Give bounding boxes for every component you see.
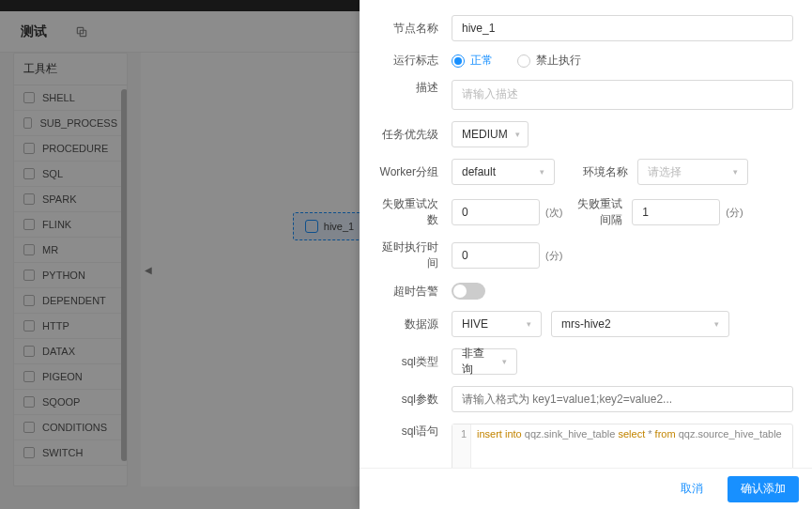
toolbar-panel: 工具栏 SHELLSUB_PROCESSPROCEDURESQLSPARKFLI…: [13, 53, 128, 486]
node-label: hive_1: [324, 221, 354, 232]
priority-select[interactable]: MEDIUM▾: [452, 121, 529, 147]
toolbar-item-flink[interactable]: FLINK: [14, 212, 127, 238]
node-name-input[interactable]: [452, 15, 793, 41]
datasource-instance-select[interactable]: mrs-hive2▾: [551, 311, 729, 337]
retry-count-input[interactable]: [452, 199, 540, 225]
task-type-icon: [23, 270, 35, 281]
task-type-icon: [23, 320, 35, 332]
toolbar-item-http[interactable]: HTTP: [14, 314, 127, 339]
toolbar-title: 工具栏: [14, 54, 127, 85]
task-type-icon: [23, 219, 35, 230]
task-type-icon: [23, 143, 35, 154]
task-type-icon: [23, 346, 35, 357]
toolbar-item-pigeon[interactable]: PIGEON: [14, 364, 127, 390]
delay-input[interactable]: [452, 242, 540, 269]
toolbar-item-spark[interactable]: SPARK: [14, 187, 127, 212]
task-type-icon: [23, 371, 35, 382]
copy-icon[interactable]: [75, 25, 88, 39]
sql-params-input[interactable]: [452, 386, 793, 412]
toolbar-item-mr[interactable]: MR: [14, 238, 127, 263]
env-name-select[interactable]: 请选择▾: [637, 159, 748, 185]
database-icon: [305, 220, 318, 233]
sql-statement-editor[interactable]: 1 insert into qqz.sink_hive_table select…: [452, 424, 793, 468]
workflow-node-hive[interactable]: hive_1: [293, 212, 366, 240]
task-type-icon: [23, 447, 35, 458]
runflag-forbid-radio[interactable]: 禁止执行: [517, 53, 581, 69]
chevron-down-icon: ▾: [714, 319, 719, 329]
toolbar-item-switch[interactable]: SWITCH: [14, 440, 127, 466]
chevron-down-icon: ▾: [540, 167, 544, 177]
description-textarea[interactable]: 请输入描述: [452, 80, 793, 110]
chevron-down-icon: ▾: [502, 357, 507, 366]
toolbar-item-shell[interactable]: SHELL: [14, 85, 127, 111]
confirm-add-button[interactable]: 确认添加: [728, 476, 799, 502]
task-type-icon: [23, 168, 35, 179]
chevron-down-icon: ▾: [527, 319, 531, 329]
page-title: 测试: [21, 23, 47, 40]
code-gutter: 1: [452, 424, 471, 468]
toolbar-item-conditions[interactable]: CONDITIONS: [14, 415, 127, 440]
toolbar-item-python[interactable]: PYTHON: [14, 263, 127, 288]
sql-type-select[interactable]: 非查询▾: [452, 348, 517, 375]
toolbar-item-dependent[interactable]: DEPENDENT: [14, 288, 127, 314]
task-type-icon: [23, 396, 35, 408]
toolbar-item-sqoop[interactable]: SQOOP: [14, 390, 127, 415]
chevron-down-icon: ▾: [515, 130, 520, 139]
runflag-normal-radio[interactable]: 正常: [452, 53, 493, 69]
datasource-type-select[interactable]: HIVE▾: [452, 311, 542, 337]
toolbar-item-sql[interactable]: SQL: [14, 162, 127, 187]
task-type-icon: [23, 295, 35, 306]
task-type-icon: [23, 193, 35, 205]
worker-group-select[interactable]: default▾: [452, 159, 555, 185]
sidebar-scrollbar[interactable]: [121, 89, 127, 461]
timeout-alarm-toggle[interactable]: [452, 283, 485, 300]
cancel-button[interactable]: 取消: [667, 476, 716, 502]
chevron-down-icon: ▾: [733, 167, 738, 177]
task-type-icon: [23, 244, 35, 255]
toolbar-item-datax[interactable]: DATAX: [14, 339, 127, 364]
toolbar-item-sub_process[interactable]: SUB_PROCESS: [14, 111, 127, 136]
retry-interval-input[interactable]: [632, 199, 720, 225]
node-edit-panel: 节点名称 运行标志 正常 禁止执行 描述 请输入描述 任务优先级 MEDIUM▾…: [360, 0, 812, 509]
task-type-icon: [23, 117, 32, 129]
collapse-handle-icon[interactable]: ◀: [145, 265, 152, 275]
task-type-icon: [23, 422, 35, 433]
task-type-icon: [23, 92, 35, 103]
toolbar-item-procedure[interactable]: PROCEDURE: [14, 136, 127, 162]
